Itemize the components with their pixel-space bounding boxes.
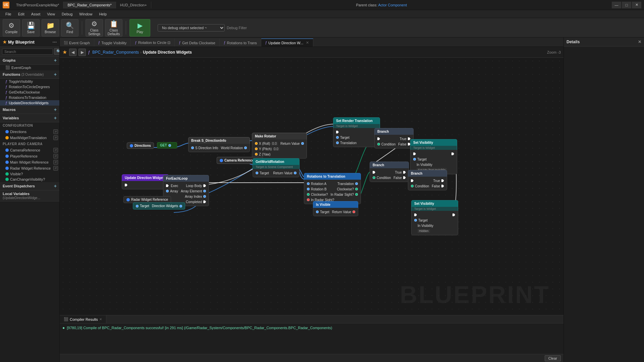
b3-false-out <box>441 185 444 187</box>
node-rotations-to-translation[interactable]: Rotations to Translation Rotation A Tran… <box>304 173 361 204</box>
class-defaults-btn[interactable]: 📋 Class Defaults <box>105 19 122 37</box>
tab-rotations-to-trans[interactable]: ƒ Rotations to Trans <box>220 39 261 47</box>
clear-button[interactable]: Clear <box>545 355 561 361</box>
isvis-target-in <box>316 210 319 213</box>
sidebar-item-rotationstotranslation[interactable]: ƒ RotationsToTranslation <box>0 95 59 100</box>
node-set-visibility-1[interactable]: Set Visibility Target is Widget Target I… <box>410 139 457 174</box>
var-dot-mainwidget <box>5 161 9 164</box>
var-canchangevisibility[interactable]: CanChangeVisibility? <box>0 177 59 182</box>
macros-add-btn[interactable]: + <box>54 107 57 112</box>
tab-thirdperson[interactable]: ThirdPersonExampleMap* <box>12 2 63 8</box>
sidebar-item-eventgraph[interactable]: ⬛ EventGraph <box>0 65 59 70</box>
back-btn[interactable]: ◀ <box>69 49 76 56</box>
tab-event-graph[interactable]: ⬛ Event Graph <box>60 39 94 47</box>
rtt-rotb-in <box>307 188 310 190</box>
tab-compiler-results[interactable]: ⬛ Compiler Results ✕ <box>60 315 106 323</box>
var-dot-canchange <box>5 178 9 181</box>
tab-rotation-to-circle[interactable]: ƒ Rotation to Circle ⊡ <box>131 39 175 47</box>
sep1 <box>82 21 82 35</box>
search-input[interactable] <box>2 49 53 55</box>
browse-btn[interactable]: 📁 Browse <box>42 19 59 37</box>
var-camerareference[interactable]: CameraReference ↗ <box>0 147 59 153</box>
node-directions-var[interactable]: Directions <box>127 142 154 149</box>
var-directions[interactable]: Directions ↗ <box>0 129 59 135</box>
vars-add-btn[interactable]: + <box>54 115 57 121</box>
sv1-target-in <box>413 158 416 161</box>
foreach-exec-in <box>166 184 169 187</box>
var-radarwidgetreference[interactable]: Radar Widget Reference ↗ <box>0 165 59 171</box>
rtt-clockwise-out <box>355 188 358 190</box>
var-visible[interactable]: Visible? <box>0 171 59 177</box>
break-in <box>191 146 194 149</box>
compile-btn[interactable]: ⚙ Compile <box>3 19 20 37</box>
b1-cond-in <box>377 143 380 145</box>
play-btn[interactable]: ▶ Play <box>129 19 150 37</box>
func-icon-4: ƒ <box>5 96 7 100</box>
node-get[interactable]: GET <box>157 142 177 148</box>
var-dot-radarwidget <box>5 167 9 170</box>
node-radar-widget-target[interactable]: Target Direction Widgets <box>133 202 185 209</box>
graphs-add-btn[interactable]: + <box>54 58 57 63</box>
tab-toggle-visibility[interactable]: ƒ Toggle Visibility <box>94 39 131 47</box>
node-set-visibility-2[interactable]: Set Visibility Target is Widget Target I… <box>411 200 458 235</box>
var-mainwidgetreference[interactable]: Main Widget Reference ↗ <box>0 159 59 165</box>
blueprint-options-icon[interactable]: ⋯ <box>52 40 57 45</box>
maximize-btn[interactable]: □ <box>622 2 631 8</box>
node-get-world-rotation[interactable]: GetWorldRotation Target is Scene Compone… <box>253 158 300 177</box>
tab-get-delta-clockwise[interactable]: ƒ Get Delta Clockwise <box>175 39 220 47</box>
pin-exec-out <box>125 184 127 186</box>
node-set-render-translation[interactable]: Set Render Translation Target is Widget … <box>333 117 380 147</box>
forward-btn[interactable]: ▶ <box>78 49 86 56</box>
rottotrans-label: Rotations to Translation <box>307 175 345 178</box>
node-branch-2[interactable]: Branch True Condition False <box>370 162 409 182</box>
isvis-out <box>353 210 355 213</box>
save-icon: 💾 <box>27 21 35 29</box>
debug-filter-select[interactable]: No debug object selected ~ <box>158 24 225 32</box>
menu-help[interactable]: Help <box>96 11 109 17</box>
tab-close-icon[interactable]: ✕ <box>306 41 309 45</box>
minimize-btn[interactable]: — <box>612 2 621 8</box>
functions-add-btn[interactable]: + <box>54 72 57 77</box>
node-break-directioninfo[interactable]: Break S_DirectionInfo S Direction Info W… <box>188 137 250 152</box>
compile-icon: ⚙ <box>8 21 14 29</box>
compiler-tab-close[interactable]: ✕ <box>99 317 102 321</box>
node-branch-1[interactable]: Branch True Condition False <box>374 128 414 148</box>
class-settings-btn[interactable]: ⚙ Class Settings <box>86 19 103 37</box>
var-dot-visible <box>5 172 9 176</box>
tab-hud-direction[interactable]: HUD_Direction+ <box>116 2 151 8</box>
close-btn[interactable]: ✕ <box>632 2 641 8</box>
foreach-array-in <box>166 190 169 192</box>
blueprint-canvas[interactable]: Update Direction Widgets Directions <box>60 58 564 315</box>
titlebar: UE ThirdPersonExampleMap* BPC_Radar_Comp… <box>0 0 644 10</box>
menu-debug[interactable]: Debug <box>59 11 75 17</box>
breadcrumb-class[interactable]: BPC_Radar_Components <box>92 50 139 55</box>
tab-update-direction[interactable]: ƒ Update Direction W... ✕ <box>261 39 314 47</box>
search-button[interactable]: 🔍 <box>54 48 60 55</box>
node-radar-widget-ref[interactable]: Radar Widget Reference <box>123 196 171 203</box>
menu-view[interactable]: View <box>44 11 58 17</box>
breadcrumb-star[interactable]: ★ <box>62 49 67 55</box>
save-btn[interactable]: 💾 Save <box>22 19 40 37</box>
var-ref-radarwidget: ↗ <box>53 166 58 171</box>
menu-asset[interactable]: Asset <box>29 11 43 17</box>
node-branch-3[interactable]: Branch True Condition False <box>408 170 447 190</box>
details-close-btn[interactable]: ✕ <box>638 40 641 44</box>
sidebar-item-rotationtocircledegrees[interactable]: ƒ RotationToCircleDegrees <box>0 84 59 89</box>
tab-bpc-radar[interactable]: BPC_Radar_Components* <box>63 2 116 8</box>
sidebar-item-updatedirectionwidgets[interactable]: ƒ UpdateDirectionWidgets <box>0 100 59 106</box>
sidebar-item-getdeltaclockwise[interactable]: ƒ GetDeltaClockwise <box>0 89 59 95</box>
events-add-btn[interactable]: + <box>54 183 57 189</box>
find-btn[interactable]: 🔍 Find <box>61 19 78 37</box>
sidebar-item-togglevisibility[interactable]: ƒ ToggleVisibility <box>0 79 59 84</box>
var-playerreference[interactable]: PlayerReference ↗ <box>0 153 59 159</box>
node-is-visible[interactable]: Is Visible Target Return Value <box>313 201 358 216</box>
menu-file[interactable]: File <box>3 11 14 17</box>
find-icon: 🔍 <box>66 21 74 29</box>
menu-edit[interactable]: Edit <box>15 11 27 17</box>
var-maxwidgettranslation[interactable]: MaxWidgetTranslation ↗ <box>0 135 59 141</box>
node-update-direction[interactable]: Update Direction Widgets <box>122 174 169 189</box>
func-icon-2: ƒ <box>5 85 7 89</box>
menu-window[interactable]: Window <box>76 11 95 17</box>
node-make-rotator[interactable]: Make Rotator X (Roll) 0.0 Return Value Y… <box>252 133 307 159</box>
rwt-target-in <box>136 205 139 207</box>
